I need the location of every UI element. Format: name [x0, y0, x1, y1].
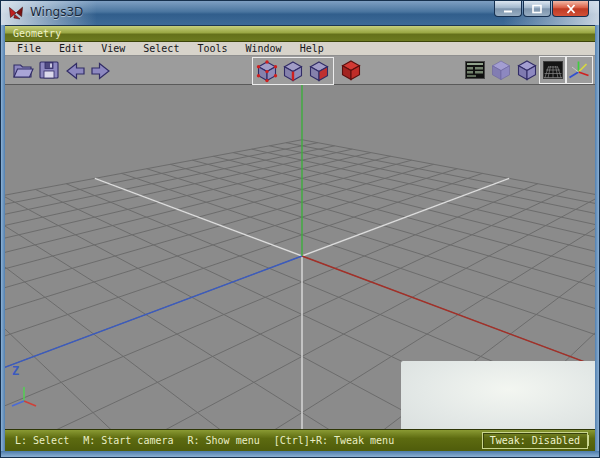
cube-face-icon: [307, 59, 331, 83]
close-button[interactable]: [552, 1, 589, 17]
menu-view[interactable]: View: [96, 43, 130, 54]
save-floppy-icon: [37, 58, 61, 82]
open-folder-icon: [11, 58, 35, 82]
smooth-preview-button[interactable]: [488, 57, 514, 83]
status-right-mouse: R: Show menu: [188, 435, 260, 446]
cube-vertex-icon: [255, 59, 279, 83]
vertex-select-mode-button[interactable]: [254, 58, 280, 84]
redo-button[interactable]: [88, 57, 114, 83]
maximize-icon: [531, 4, 543, 14]
minimize-button[interactable]: [494, 1, 522, 17]
view-tool-group: [462, 57, 592, 83]
show-axes-button[interactable]: [566, 57, 592, 83]
menu-select[interactable]: Select: [138, 43, 184, 54]
close-icon: [565, 4, 577, 14]
menu-edit[interactable]: Edit: [54, 43, 88, 54]
body-mode-group: [338, 57, 364, 83]
menu-bar: File Edit View Select Tools Window Help: [5, 42, 595, 56]
wings3d-window: Wings3D Geometry File Edit View Select T…: [0, 0, 600, 458]
ground-grid-icon: [541, 58, 565, 82]
selection-mode-group: [252, 57, 334, 85]
menu-help[interactable]: Help: [295, 43, 329, 54]
show-ground-plane-button[interactable]: [540, 57, 566, 83]
minimize-icon: [502, 4, 514, 14]
maximize-button[interactable]: [523, 1, 551, 17]
toolbar: [5, 56, 595, 85]
redo-arrow-icon: [89, 58, 113, 82]
tweak-status-badge: Tweak: Disabled: [482, 432, 588, 449]
title-bar[interactable]: Wings3D: [1, 1, 599, 25]
z-axis-label: Z: [12, 364, 19, 378]
menu-window[interactable]: Window: [241, 43, 287, 54]
status-ctrl-right: [Ctrl]+R: Tweak menu: [274, 435, 394, 446]
flat-cube-icon: [515, 58, 539, 82]
cube-edge-icon: [281, 59, 305, 83]
wings3d-logo-icon: [8, 5, 24, 21]
blank-overlay-panel: [401, 361, 595, 429]
client-area: Geometry File Edit View Select Tools Win…: [5, 25, 595, 451]
status-bar: L: Select M: Start camera R: Show menu […: [5, 429, 595, 451]
face-select-mode-button[interactable]: [306, 58, 332, 84]
edge-select-mode-button[interactable]: [280, 58, 306, 84]
menu-file[interactable]: File: [12, 43, 46, 54]
settings-dialog-icon: [463, 58, 487, 82]
window-border-right: [595, 25, 599, 457]
open-button[interactable]: [10, 57, 36, 83]
menu-tools[interactable]: Tools: [192, 43, 232, 54]
undo-button[interactable]: [62, 57, 88, 83]
status-middle-mouse: M: Start camera: [83, 435, 173, 446]
body-select-mode-button[interactable]: [338, 57, 364, 83]
view-settings-button[interactable]: [462, 57, 488, 83]
cube-body-icon: [339, 58, 363, 82]
undo-arrow-icon: [63, 58, 87, 82]
window-border-bottom: [1, 451, 599, 457]
geometry-window-title: Geometry: [13, 28, 61, 39]
file-tool-group: [10, 57, 114, 83]
geometry-window-header[interactable]: Geometry: [5, 26, 595, 42]
status-left-mouse: L: Select: [15, 435, 69, 446]
smooth-cube-icon: [489, 58, 513, 82]
axes-icon: [567, 58, 591, 82]
window-title: Wings3D: [30, 1, 83, 24]
save-button[interactable]: [36, 57, 62, 83]
viewport-3d[interactable]: Z: [5, 85, 595, 429]
flat-shading-button[interactable]: [514, 57, 540, 83]
